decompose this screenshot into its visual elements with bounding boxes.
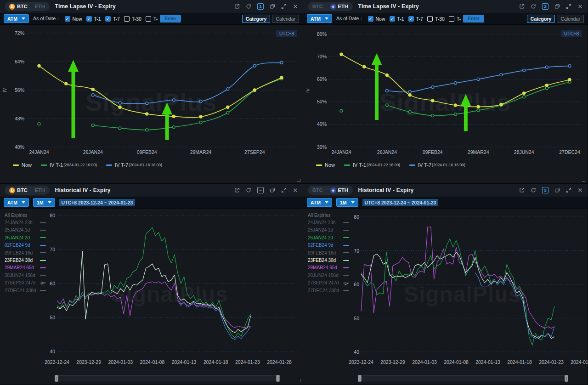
link-group-badge[interactable]: 2: [542, 3, 548, 10]
checkbox-t7[interactable]: ✓T-7: [105, 16, 120, 22]
external-link-icon[interactable]: [519, 4, 525, 9]
checkbox-t-custom[interactable]: T-: [146, 16, 158, 22]
expiry-list-item[interactable]: 28JUN24 156d: [308, 272, 351, 279]
calendar-tab[interactable]: Calendar: [272, 15, 299, 23]
legend-now[interactable]: Now: [13, 162, 32, 168]
refresh-icon[interactable]: [531, 187, 536, 193]
coin-toggle[interactable]: BTC ◆ETH: [308, 2, 353, 11]
expiry-list-item[interactable]: 23FEB24 30d: [5, 256, 48, 264]
coin-eth[interactable]: ◆ETH: [327, 3, 351, 10]
external-link-icon[interactable]: [234, 187, 240, 193]
coin-eth[interactable]: ETH: [32, 3, 48, 10]
link-group-badge[interactable]: 1: [257, 3, 264, 10]
resize-corner[interactable]: [297, 379, 300, 382]
time-range-scrollbar[interactable]: [358, 375, 568, 381]
range-handle-right[interactable]: [276, 375, 280, 382]
checkbox-t7[interactable]: ✓T-7: [408, 16, 423, 22]
calendar-tab[interactable]: Calendar: [557, 15, 584, 23]
duplicate-icon[interactable]: [270, 187, 275, 193]
duplicate-icon[interactable]: [554, 4, 560, 9]
external-link-icon[interactable]: [234, 4, 240, 9]
atm-select[interactable]: ATM: [4, 198, 29, 207]
atm-select[interactable]: ATM: [307, 14, 332, 23]
expiry-list-item[interactable]: 09FEB24 16d: [308, 249, 351, 256]
expiry-list-item[interactable]: 09FEB24 16d: [5, 249, 48, 256]
checkbox-t1[interactable]: ✓T-1: [390, 16, 404, 22]
checkbox-now[interactable]: ✓Now: [368, 16, 385, 22]
range-handle-right[interactable]: [565, 375, 568, 382]
expiry-list-item[interactable]: 25JAN24 1d: [308, 226, 351, 234]
checkbox-now[interactable]: ✓Now: [65, 16, 82, 22]
expiry-list-all[interactable]: All Expiries: [5, 211, 48, 219]
resize-corner[interactable]: [297, 179, 300, 182]
period-select[interactable]: 1M: [336, 198, 358, 207]
coin-btc[interactable]: ₿BTC: [6, 3, 31, 10]
date-range-value[interactable]: UTC+8 2023-12-24 ~ 2024-01-23: [362, 199, 439, 206]
expiry-list-item[interactable]: 02FEB24 9d: [5, 242, 48, 249]
expiry-list-item[interactable]: 27DEC24 338d: [5, 287, 48, 294]
category-tab[interactable]: Category: [527, 15, 555, 23]
expiry-list-item[interactable]: 27SEP24 247d: [308, 279, 351, 287]
coin-btc[interactable]: BTC: [309, 187, 326, 194]
checkbox-t30[interactable]: T-30: [124, 16, 141, 22]
duplicate-icon[interactable]: [270, 4, 275, 9]
expiry-list-item[interactable]: 27SEP24 247d: [5, 279, 48, 287]
resize-corner[interactable]: [582, 179, 585, 182]
btc-timelapse-chart[interactable]: 40%48%56%64%72%24JAN2426JAN2409FEB2429MA…: [0, 25, 303, 184]
coin-toggle[interactable]: BTC ◆ETH: [308, 186, 353, 195]
eth-timelapse-chart[interactable]: 30%40%50%60%70%80%24JAN2426JAN2409FEB242…: [303, 25, 588, 184]
close-icon[interactable]: [577, 187, 583, 193]
link-group-badge[interactable]: –: [257, 187, 264, 193]
refresh-icon[interactable]: [531, 4, 536, 9]
fullscreen-icon[interactable]: [281, 187, 287, 193]
legend-t7[interactable]: IV T-7(2024-01-16 16:00): [409, 162, 465, 168]
fullscreen-icon[interactable]: [566, 4, 571, 9]
expiry-list-item[interactable]: 23FEB24 30d: [308, 256, 351, 264]
refresh-icon[interactable]: [246, 4, 251, 9]
checkbox-t30[interactable]: T-30: [427, 16, 445, 22]
coin-eth[interactable]: ETH: [32, 187, 48, 194]
close-icon[interactable]: [577, 4, 583, 9]
range-handle-left[interactable]: [55, 375, 58, 382]
expiry-list-item[interactable]: 29MAR24 65d: [308, 264, 351, 272]
expiry-list-item[interactable]: 02FEB24 9d: [308, 242, 351, 249]
expiry-list-item[interactable]: 25JAN24 1d: [5, 226, 48, 234]
date-range-value[interactable]: UTC+8 2023-12-24 ~ 2024-01-23: [59, 199, 136, 206]
legend-t7[interactable]: IV T-7(2024-01-16 16:00): [106, 162, 162, 168]
coin-toggle[interactable]: ₿BTC ETH: [5, 2, 50, 11]
legend-now[interactable]: Now: [316, 162, 335, 168]
atm-select[interactable]: ATM: [4, 14, 29, 23]
coin-btc[interactable]: ₿BTC: [6, 187, 31, 194]
expiry-list-item[interactable]: 24JAN24 23h: [308, 219, 351, 226]
expiry-list-item[interactable]: 29MAR24 65d: [5, 264, 48, 272]
resize-corner[interactable]: [582, 379, 585, 382]
expiry-list-item[interactable]: 26JAN24 2d: [308, 234, 351, 241]
category-tab[interactable]: Category: [242, 15, 271, 23]
atm-select[interactable]: ATM: [307, 198, 332, 207]
close-icon[interactable]: [293, 4, 298, 9]
expiry-list-all[interactable]: All Expiries: [308, 211, 351, 219]
expiry-list-item[interactable]: 26JAN24 2d: [5, 234, 48, 241]
time-range-scrollbar[interactable]: [55, 375, 280, 381]
period-select[interactable]: 1M: [33, 198, 55, 207]
link-group-badge[interactable]: 2: [542, 187, 548, 193]
refresh-icon[interactable]: [246, 187, 251, 193]
expiry-list-item[interactable]: 24JAN24 23h: [5, 219, 48, 226]
close-icon[interactable]: [293, 187, 298, 193]
legend-t1[interactable]: IV T-1(2024-01-22 16:00): [344, 162, 400, 168]
fullscreen-icon[interactable]: [281, 4, 287, 9]
external-link-icon[interactable]: [519, 187, 525, 193]
range-handle-left[interactable]: [358, 375, 362, 382]
expiry-list-item[interactable]: 27DEC24 338d: [308, 287, 351, 294]
coin-btc[interactable]: BTC: [309, 3, 326, 10]
duplicate-icon[interactable]: [554, 187, 560, 193]
coin-eth[interactable]: ◆ETH: [327, 187, 351, 194]
legend-t1[interactable]: IV T-1(2024-01-22 16:00): [41, 162, 97, 168]
checkbox-t-custom[interactable]: T-: [449, 16, 461, 22]
fullscreen-icon[interactable]: [566, 187, 571, 193]
checkbox-t1[interactable]: ✓T-1: [86, 16, 101, 22]
expiry-list-item[interactable]: 28JUN24 156d: [5, 272, 48, 279]
coin-toggle[interactable]: ₿BTC ETH: [5, 186, 50, 195]
custom-days-input[interactable]: Enter: [463, 15, 484, 23]
custom-days-input[interactable]: Enter: [160, 15, 181, 23]
